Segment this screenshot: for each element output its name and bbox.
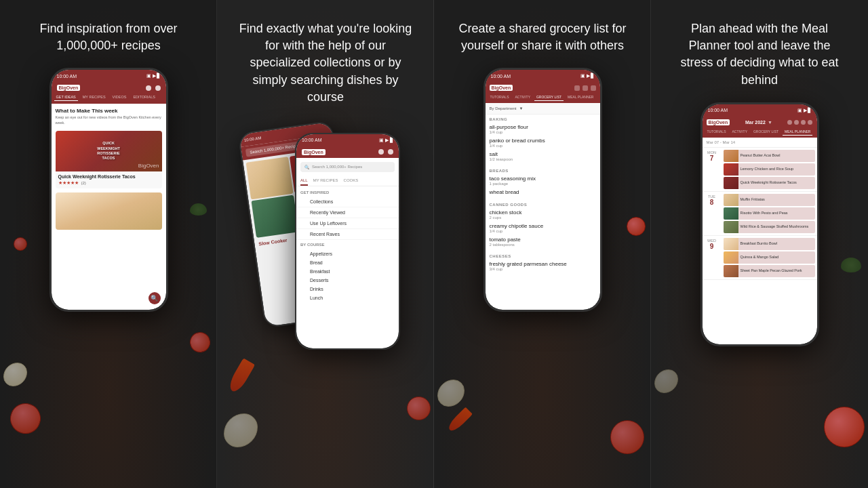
screen-tabs-1: GET IDEAS MY RECIPES VIDEOS EDITORIALS [52,94,166,104]
grocery-item-taco: taco seasoning mix 1 package [490,176,596,186]
panel-4-title: Plan ahead with the Meal Planner tool an… [671,20,848,89]
grocery-item-flour: all-purpose flour 1/4 cup [490,124,596,134]
get-inspired-title: GET INSPIRED [296,190,399,195]
app-nav-1: BigOven [52,82,166,94]
breads-section: BREADS taco seasoning mix 1 package whea… [486,166,600,200]
status-bar-4: 10:00 AM ▣ ▶ ▊ [703,104,817,117]
meal-recipe-5[interactable]: Risotto With Pesto and Peas [724,207,815,220]
meal-header: 10:00 AM ▣ ▶ ▊ BigOven Mar 2022 ▼ [703,104,817,138]
grocery-item-wheat: wheat bread [490,189,596,195]
grocery-sort[interactable]: By Department ▼ [486,103,600,115]
recent-raves-item[interactable]: Recent Raves [296,229,399,240]
meal-day-wednesday: WED 9 Breakfast Burrito Bowl Quinoa & Ma… [703,236,817,280]
screen-1-content: What to Make This week Keep an eye out f… [52,104,166,233]
grocery-nav: 10:00 AM ▣ ▶ ▊ BigOven [486,70,600,103]
search-bar-2[interactable]: 🔍 Search 1,000,000+ Recipes [300,162,395,172]
phone-4: 10:00 AM ▣ ▶ ▊ BigOven Mar 2022 ▼ [701,102,819,346]
by-course-title: BY COURSE [296,240,399,249]
grocery-item-chicken-stock: chicken stock 2 cups [490,209,596,220]
panel-meal-planner: Plan ahead with the Meal Planner tool an… [651,0,868,488]
phone-1-screen: 10:00 AM ▣ ▶ ▊ BigOven GET IDEAS M [52,70,166,310]
bigoven-logo-1: BigOven [57,85,81,91]
phone-4-screen: 10:00 AM ▣ ▶ ▊ BigOven Mar 2022 ▼ [703,104,817,344]
panel-3-title: Create a shared grocery list for yoursel… [454,20,631,54]
phone-1: 10:00 AM ▣ ▶ ▊ BigOven GET IDEAS M [50,68,168,312]
grocery-tabs: TUTORIALS ACTIVITY GROCERY LIST MEAL PLA… [486,94,600,103]
meal-date-bar: BigOven Mar 2022 ▼ [703,117,817,128]
meal-nav-tabs: TUTORIALS ACTIVITY GROCERY LIST MEAL PLA… [703,128,817,138]
week-title: What to Make This week [56,108,162,114]
status-bar-3: 10:00 AM ▣ ▶ ▊ [486,70,600,82]
baking-section: BAKING all-purpose flour 1/4 cup panko o… [486,115,600,166]
status-bar-2: 10:00 AM ▣ ▶ ▊ [296,134,399,146]
meal-recipe-3[interactable]: Quick Weeknight Rotisserie Tacos [724,177,815,189]
lunch-item[interactable]: Lunch [296,293,399,302]
panel-2-title: Find exactly what you're looking for wit… [237,20,414,106]
meal-recipe-7[interactable]: Breakfast Burrito Bowl [724,238,815,250]
meal-recipe-6[interactable]: Wild Rice & Sausage Stuffed Mushrooms [724,221,815,233]
appetizers-item[interactable]: Appetizers [296,249,399,258]
recently-viewed-item[interactable]: Recently Viewed [296,207,399,218]
panel-grocery: Create a shared grocery list for yoursel… [434,0,651,488]
grocery-item-breadcrumbs: panko or bread crumbs 1/4 cup [490,138,596,148]
recipe-img-label: QUICKWEEKNIGHTROTISSERIETACOS [97,141,120,161]
meal-day-monday: MON 7 Peanut Butter Acai Bowl Lemony Chi… [703,148,817,192]
recipe-image-1: QUICKWEEKNIGHTROTISSERIETACOS BigOven [56,131,162,171]
canned-section: CANNED GOODS chicken stock 2 cups creamy… [486,200,600,251]
grocery-title-bar: BigOven [486,82,600,94]
recipe-info-1: Quick Weeknight Rotisserie Tacos ★★★★★ (… [56,171,162,188]
phone-stack-2: 10:00 AM Search 1,000,000+ Recipes Slow … [251,119,400,370]
recipe-card-1: QUICKWEEKNIGHTROTISSERIETACOS BigOven Qu… [56,131,162,188]
meal-recipe-4[interactable]: Muffin Frittatas [724,194,815,206]
status-bar-1: 10:00 AM ▣ ▶ ▊ [52,70,166,82]
grocery-item-chipotle: creamy chipotle sauce 1/4 cup [490,223,596,233]
meal-recipe-1[interactable]: Peanut Butter Acai Bowl [724,150,815,162]
search-fab[interactable]: 🔍 [149,292,161,304]
phone-3-screen: 10:00 AM ▣ ▶ ▊ BigOven [486,70,600,310]
phone-3: 10:00 AM ▣ ▶ ▊ BigOven [484,68,602,312]
app-nav-2: BigOven [296,146,399,158]
phone-front-screen: 10:00 AM ▣ ▶ ▊ BigOven 🔍 [296,134,399,348]
meal-recipe-8[interactable]: Quinoa & Mango Salad [724,251,815,264]
desserts-item[interactable]: Desserts [296,276,399,285]
grocery-item-salt: salt 1/2 teaspoon [490,151,596,161]
meal-day-tuesday: TUE 8 Muffin Frittatas Risotto With Pest… [703,192,817,236]
grocery-item-parmesan: freshly grated parmesan cheese 3/4 cup [490,261,596,271]
search-tabs: ALL MY RECIPES COOKS [296,176,399,186]
bread-item[interactable]: Bread [296,258,399,267]
drinks-item[interactable]: Drinks [296,285,399,293]
app-container: Find inspiration from over 1,000,000+ re… [0,0,868,488]
week-range: Mar 07 - Mar 14 [703,138,817,148]
week-desc: Keep an eye out for new videos from the … [56,115,162,125]
cheeses-section: CHEESES freshly grated parmesan cheese 3… [486,251,600,276]
collections-item[interactable]: Collections [296,197,399,207]
use-up-leftovers-item[interactable]: Use Up Leftovers [296,218,399,229]
meal-recipe-2[interactable]: Lemony Chicken and Rice Soup [724,163,815,176]
meal-recipe-9[interactable]: Sheet Pan Maple Pecan Glazed Pork [724,265,815,277]
grocery-item-tomato-paste: tomato paste 2 tablespoons [490,237,596,247]
breakfast-item[interactable]: Breakfast [296,267,399,276]
panel-inspiration: Find inspiration from over 1,000,000+ re… [0,0,217,488]
panel-1-title: Find inspiration from over 1,000,000+ re… [20,20,197,54]
panel-search: Find exactly what you're looking for wit… [217,0,434,488]
phone-front-2: 10:00 AM ▣ ▶ ▊ BigOven 🔍 [295,133,400,350]
recipe-image-2 [56,192,162,230]
